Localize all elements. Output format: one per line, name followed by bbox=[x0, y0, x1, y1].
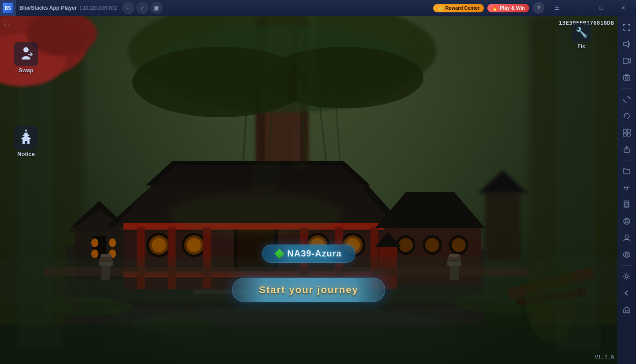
fullscreen-button[interactable] bbox=[619, 19, 635, 35]
svg-point-72 bbox=[425, 238, 439, 252]
svg-marker-127 bbox=[624, 307, 630, 313]
version-label: V1.1.9 bbox=[595, 354, 614, 360]
grid-button[interactable] bbox=[619, 125, 635, 141]
home-button[interactable]: ⌂ bbox=[136, 2, 149, 14]
svg-point-32 bbox=[91, 238, 98, 247]
svg-rect-114 bbox=[627, 129, 630, 132]
help-button[interactable]: ? bbox=[533, 2, 544, 14]
swap-icon bbox=[14, 42, 38, 66]
swap-button[interactable]: Swap bbox=[14, 42, 38, 74]
maximize-button[interactable]: □ bbox=[592, 0, 610, 16]
flame-icon: 🔥 bbox=[492, 5, 498, 11]
user-button[interactable] bbox=[619, 230, 635, 246]
rotate-button[interactable] bbox=[619, 91, 635, 107]
game-area: 13E30FF0176818DB ⛶ 🔧 Fix Swap bbox=[0, 16, 617, 364]
svg-line-97 bbox=[300, 16, 309, 170]
svg-point-34 bbox=[91, 249, 98, 258]
sidebar-divider-2 bbox=[621, 160, 632, 160]
play-win-label: Play & Win bbox=[500, 5, 525, 11]
home-sidebar-button[interactable] bbox=[619, 302, 635, 318]
svg-point-106 bbox=[25, 130, 27, 131]
start-journey-button[interactable]: Start your journey bbox=[232, 278, 385, 302]
svg-rect-81 bbox=[101, 254, 111, 257]
notice-label: Notice bbox=[17, 151, 35, 157]
svg-rect-128 bbox=[625, 310, 628, 313]
svg-point-111 bbox=[625, 77, 628, 79]
svg-rect-117 bbox=[624, 149, 629, 152]
svg-point-99 bbox=[23, 47, 29, 52]
titlebar: BS BlueStacks App Player 5.10.220.1005 N… bbox=[0, 0, 636, 16]
svg-point-33 bbox=[109, 238, 116, 247]
svg-point-98 bbox=[168, 192, 344, 236]
start-button-bg: Start your journey bbox=[232, 278, 385, 302]
folder-button[interactable] bbox=[619, 163, 635, 179]
video-button[interactable] bbox=[619, 53, 635, 69]
volume-button[interactable] bbox=[619, 36, 635, 52]
crown-icon: 👑 bbox=[438, 5, 444, 11]
fix-label: Fix bbox=[577, 43, 585, 49]
svg-rect-115 bbox=[623, 133, 626, 136]
svg-rect-104 bbox=[25, 141, 27, 144]
nav-buttons: ← ⌂ ▣ bbox=[122, 2, 163, 14]
app-name: BlueStacks App Player bbox=[19, 5, 77, 11]
svg-marker-124 bbox=[624, 252, 630, 258]
notice-icon bbox=[14, 126, 38, 150]
layers-button[interactable] bbox=[619, 247, 635, 263]
expand-button[interactable]: ⛶ bbox=[4, 19, 11, 27]
eco-button[interactable] bbox=[619, 141, 635, 157]
close-button[interactable]: ✕ bbox=[614, 0, 632, 16]
fix-button[interactable]: 🔧 Fix bbox=[572, 23, 591, 49]
svg-point-48 bbox=[187, 238, 201, 252]
svg-point-123 bbox=[625, 235, 629, 238]
back-sidebar-button[interactable] bbox=[619, 285, 635, 301]
svg-point-45 bbox=[152, 238, 166, 252]
back-button[interactable]: ← bbox=[122, 2, 135, 14]
app-logo: BS bbox=[0, 0, 16, 16]
windows-button[interactable]: ▣ bbox=[150, 2, 163, 14]
svg-point-126 bbox=[625, 275, 628, 278]
brush-button[interactable] bbox=[619, 213, 635, 229]
app-version: 5.10.220.1005 N32 bbox=[79, 6, 117, 11]
svg-rect-94 bbox=[0, 324, 617, 364]
svg-rect-67 bbox=[485, 192, 520, 263]
svg-marker-107 bbox=[624, 41, 629, 47]
svg-point-95 bbox=[525, 254, 578, 342]
fix-icon: 🔧 bbox=[572, 23, 591, 42]
server-diamond-icon bbox=[274, 249, 284, 259]
svg-point-125 bbox=[625, 253, 628, 256]
sidebar-right bbox=[617, 16, 636, 364]
svg-point-70 bbox=[399, 238, 413, 252]
svg-rect-85 bbox=[449, 254, 460, 257]
menu-button[interactable]: ☰ bbox=[548, 0, 566, 16]
svg-rect-113 bbox=[623, 129, 626, 132]
refresh-button[interactable] bbox=[619, 108, 635, 124]
play-win-button[interactable]: 🔥 Play & Win bbox=[487, 4, 529, 12]
svg-point-74 bbox=[452, 238, 466, 252]
svg-rect-108 bbox=[623, 58, 628, 63]
notice-button[interactable]: Notice bbox=[14, 126, 38, 157]
reward-center-label: Reward Center bbox=[445, 5, 480, 11]
titlebar-right: 👑 Reward Center 🔥 Play & Win ? ☰ − □ ✕ bbox=[433, 0, 636, 16]
svg-line-96 bbox=[265, 16, 282, 192]
screenshot-button[interactable] bbox=[619, 70, 635, 85]
scene-svg bbox=[0, 16, 617, 364]
reward-center-button[interactable]: 👑 Reward Center bbox=[433, 4, 484, 12]
copy-button[interactable] bbox=[619, 197, 635, 212]
server-name: NA39-Azura bbox=[287, 249, 341, 259]
svg-marker-103 bbox=[23, 132, 29, 134]
svg-rect-119 bbox=[625, 203, 629, 206]
settings-button[interactable] bbox=[619, 268, 635, 284]
server-banner-bg: NA39-Azura bbox=[262, 245, 355, 263]
sidebar-divider-1 bbox=[621, 88, 632, 89]
sidebar-divider-3 bbox=[621, 265, 632, 266]
svg-rect-116 bbox=[627, 133, 630, 136]
swap-label: Swap bbox=[19, 67, 34, 74]
start-button-text: Start your journey bbox=[259, 284, 358, 296]
airplane-button[interactable] bbox=[619, 180, 635, 196]
server-banner[interactable]: NA39-Azura bbox=[262, 245, 355, 263]
minimize-button[interactable]: − bbox=[570, 0, 588, 16]
logo-icon: BS bbox=[3, 3, 13, 13]
